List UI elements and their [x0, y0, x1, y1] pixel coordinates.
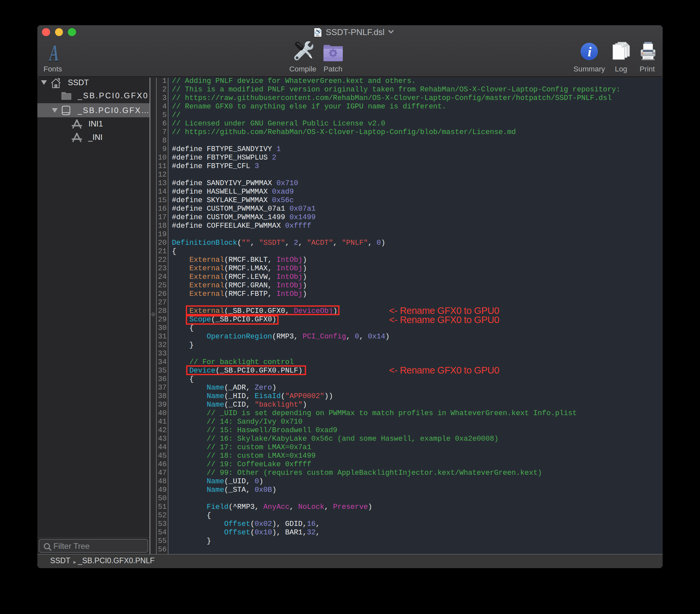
svg-text:i: i: [588, 44, 591, 59]
svg-text:DSL: DSL: [316, 34, 320, 36]
